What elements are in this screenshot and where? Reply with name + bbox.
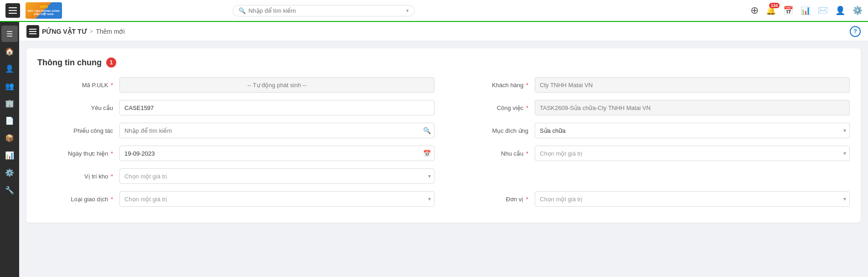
required-star: * — [526, 82, 528, 89]
form-row-vi-tri-kho: Vị trí kho * Chọn một giá trị ▾ — [37, 168, 434, 184]
required-star: * — [111, 196, 113, 203]
mail-icon[interactable]: ✉️ — [818, 5, 828, 16]
sidebar: ☰ 🏠 👤 👥 🏢 📄 📦 📊 ⚙️ 🔧 — [0, 22, 19, 277]
section-title-row: Thông tin chung 1 — [37, 57, 850, 68]
form-row-muc-dich-ung: Mục đích ứng Sửa chữa ▾ — [453, 122, 850, 139]
gear-icon[interactable]: ⚙️ — [852, 5, 863, 16]
search-container: 🔍 ▾ — [232, 5, 415, 16]
ngay-thuc-hien-input[interactable] — [119, 146, 434, 161]
label-don-vi: Đơn vị * — [453, 196, 535, 203]
form-row-empty — [453, 168, 850, 184]
date-wrapper: 📅 — [119, 146, 434, 161]
form-left-column: Mã P.ULK * -- Tự động phát sinh -- Yêu c… — [37, 77, 434, 214]
calendar-input-icon[interactable]: 📅 — [423, 150, 431, 157]
form-row-loai-giao-dich: Loại giao dịch * Chọn một giá trị ▾ — [37, 191, 434, 207]
page-content: Thông tin chung 1 Mã P.ULK * -- Tự động … — [19, 41, 868, 230]
breadcrumb-parent[interactable]: PỨNG VẬT TƯ — [42, 28, 87, 35]
help-icon[interactable]: ? — [850, 26, 861, 37]
chart-icon[interactable]: 📊 — [801, 5, 811, 16]
sidebar-item-settings[interactable]: ⚙️ — [1, 164, 18, 181]
required-star: * — [526, 105, 528, 111]
section-card: Thông tin chung 1 Mã P.ULK * -- Tự động … — [26, 48, 861, 223]
form-row-nhu-cau: Nhu cầu * Chọn một giá trị ▾ — [453, 145, 850, 162]
yeu-cau-input[interactable] — [119, 100, 434, 115]
breadcrumb-separator: > — [90, 28, 93, 35]
form-row-don-vi: Đơn vị * Chọn một giá trị ▾ — [453, 191, 850, 207]
breadcrumb-current: Thêm mới — [96, 28, 124, 35]
muc-dich-ung-select[interactable]: Sửa chữa — [535, 123, 850, 138]
label-vi-tri-kho: Vị trí kho * — [37, 173, 119, 180]
add-icon[interactable]: ⊕ — [750, 5, 759, 16]
required-star: * — [111, 150, 113, 157]
sidebar-item-company[interactable]: 🏢 — [1, 95, 18, 111]
label-muc-dich-ung: Mục đích ứng — [453, 127, 535, 134]
phieu-cong-tac-input[interactable] — [119, 123, 434, 138]
phieu-cong-tac-wrapper: 🔍 — [119, 123, 434, 138]
search-icon: 🔍 — [238, 7, 246, 14]
sidebar-item-contacts[interactable]: 👤 — [1, 60, 18, 77]
nhu-cau-wrapper: Chọn một giá trị ▾ — [535, 146, 850, 161]
label-cong-viec: Công việc * — [453, 105, 535, 111]
notification-badge: 134 — [769, 3, 780, 8]
breadcrumb-bar: PỨNG VẬT TƯ > Thêm mới ? — [19, 22, 868, 41]
user-icon[interactable]: 👤 — [835, 5, 845, 16]
search-chevron-icon: ▾ — [406, 8, 409, 14]
loai-giao-dich-wrapper: Chọn một giá trị ▾ — [119, 191, 434, 207]
section-title-text: Thông tin chung — [37, 58, 102, 68]
label-yeu-cau: Yêu cầu — [37, 105, 119, 111]
vi-tri-kho-wrapper: Chọn một giá trị ▾ — [119, 168, 434, 184]
sidebar-item-document[interactable]: 📄 — [1, 112, 18, 129]
sidebar-item-home[interactable]: 🏠 — [1, 43, 18, 59]
form-row-khach-hang: Khách hàng * — [453, 77, 850, 93]
form-row-ma-pulk: Mã P.ULK * -- Tự động phát sinh -- — [37, 77, 434, 93]
required-star: * — [111, 82, 113, 89]
label-nhu-cau: Nhu cầu * — [453, 150, 535, 157]
main-content: PỨNG VẬT TƯ > Thêm mới ? Thông tin chung… — [19, 22, 868, 277]
vi-tri-kho-select[interactable]: Chọn một giá trị — [119, 168, 434, 184]
form-grid: Mã P.ULK * -- Tự động phát sinh -- Yêu c… — [37, 77, 850, 214]
search-input-icon[interactable]: 🔍 — [423, 127, 431, 134]
loai-giao-dich-select[interactable]: Chọn một giá trị — [119, 191, 434, 207]
breadcrumb-hamburger[interactable] — [26, 25, 39, 38]
form-row-cong-viec: Công việc * — [453, 99, 850, 116]
sidebar-item-menu[interactable]: ☰ — [1, 26, 18, 42]
sidebar-item-report[interactable]: 📊 — [1, 147, 18, 163]
navbar-actions: ⊕ 🔔 134 📅 📊 ✉️ 👤 ⚙️ — [750, 5, 863, 16]
label-ngay-thuc-hien: Ngày thực hiện * — [37, 150, 119, 157]
cong-viec-input — [535, 100, 850, 115]
auto-gen-field: -- Tự động phát sinh -- — [119, 77, 434, 93]
don-vi-wrapper: Chọn một giá trị ▾ — [535, 191, 850, 207]
label-loai-giao-dich: Loại giao dịch * — [37, 196, 119, 203]
label-phieu-cong-tac: Phiếu công tác — [37, 127, 119, 134]
label-khach-hang: Khách hàng * — [453, 82, 535, 89]
form-right-column: Khách hàng * Công việc * — [453, 77, 850, 214]
nhu-cau-select[interactable]: Chọn một giá trị — [535, 146, 850, 161]
form-row-phieu-cong-tac: Phiếu công tác 🔍 — [37, 122, 434, 139]
search-input[interactable] — [248, 7, 403, 14]
khach-hang-input — [535, 77, 850, 93]
don-vi-select[interactable]: Chọn một giá trị — [535, 191, 850, 207]
form-row-yeu-cau: Yêu cầu — [37, 99, 434, 116]
sidebar-item-package[interactable]: 📦 — [1, 130, 18, 146]
bell-icon[interactable]: 🔔 134 — [766, 5, 776, 16]
section-badge: 1 — [106, 57, 116, 68]
logo-image: VPS MÁY VĂN PHÒNG HÀNG ĐẦU VIỆT NAM — [26, 2, 62, 19]
muc-dich-ung-wrapper: Sửa chữa ▾ — [535, 123, 850, 138]
breadcrumb-left: PỨNG VẬT TƯ > Thêm mới — [26, 25, 125, 38]
navbar-hamburger[interactable] — [5, 3, 20, 18]
sidebar-item-tool[interactable]: 🔧 — [1, 182, 18, 198]
required-star: * — [111, 173, 113, 180]
form-row-ngay-thuc-hien: Ngày thực hiện * 📅 — [37, 145, 434, 162]
navbar-logo: VPS MÁY VĂN PHÒNG HÀNG ĐẦU VIỆT NAM — [26, 2, 62, 19]
required-star: * — [526, 196, 528, 203]
calendar-icon[interactable]: 📅 — [783, 5, 793, 16]
label-ma-pulk: Mã P.ULK * — [37, 82, 119, 89]
required-star: * — [526, 150, 528, 157]
sidebar-item-users[interactable]: 👥 — [1, 78, 18, 94]
top-navbar: VPS MÁY VĂN PHÒNG HÀNG ĐẦU VIỆT NAM 🔍 ▾ … — [0, 0, 868, 22]
